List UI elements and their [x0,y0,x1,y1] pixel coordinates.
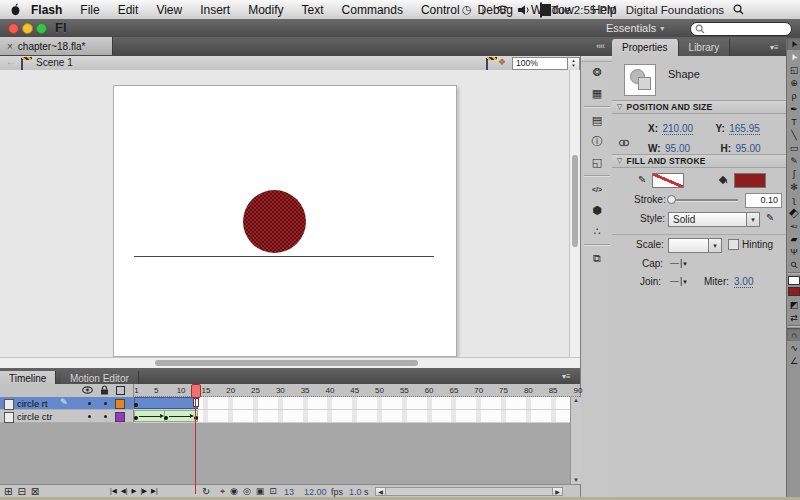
menu-item-modify[interactable]: Modify [248,3,283,17]
lock-all-layers-icon[interactable] [100,385,109,395]
pen-tool[interactable]: ✒ [787,102,800,115]
frame-span[interactable] [134,397,198,409]
stroke-weight-value[interactable]: 0.10 [745,193,782,208]
3d-rotation-tool[interactable]: ⊕ [787,76,800,89]
section-position-and-size[interactable]: ▽ POSITION AND SIZE [612,100,786,114]
slider-thumb[interactable] [667,195,676,204]
deco-tool[interactable]: ✻ [787,180,800,193]
scrollbar-thumb[interactable] [572,155,578,247]
play-button[interactable]: ▶ [131,487,136,495]
scroll-left-arrow[interactable]: ◀ [375,487,386,496]
menu-bar-user[interactable]: Digital Foundations [626,4,724,16]
scroll-right-arrow[interactable]: ▶ [552,487,563,496]
chevron-down-icon[interactable]: ▾ [708,239,721,252]
subselection-tool[interactable]: ➤ [787,50,800,63]
swatches-panel-icon[interactable]: ▦ [581,83,613,104]
edit-symbols-button[interactable]: ❖ [498,57,506,67]
stage-canvas[interactable] [113,85,457,357]
x-value[interactable]: 210.00 [662,123,693,135]
loop-button[interactable]: ↻ [202,486,210,497]
zoom-tool[interactable]: ⚲ [787,258,800,271]
properties-panel-menu-icon[interactable]: ▾≡ [770,43,779,52]
red-circle-shape[interactable] [243,190,306,253]
collapse-dock-icon[interactable]: «« [596,41,604,51]
brush-tool[interactable]: ʃ [787,167,800,180]
fill-color-well[interactable] [788,287,800,296]
tab-library[interactable]: Library [679,39,731,56]
section-fill-and-stroke[interactable]: ▽ FILL AND STROKE [612,154,786,168]
new-folder-button[interactable]: ⊟ [17,486,25,497]
apple-menu-icon[interactable] [10,3,21,16]
stroke-scale-dropdown[interactable]: ▾ [668,238,722,253]
hinting-checkbox[interactable] [728,239,739,250]
go-to-first-frame-button[interactable]: |◀ [110,487,117,495]
stage-zoom-stepper[interactable]: ▴▾ [567,57,580,71]
text-tool[interactable]: T [787,115,800,128]
battery-icon[interactable] [540,3,542,17]
menu-bar-clock[interactable]: Tue 2:55 PM [551,4,616,16]
rectangle-tool[interactable]: ▭ [787,141,800,154]
layer-outline-color[interactable] [115,412,125,422]
close-icon[interactable]: × [7,41,13,52]
layer-visibility-dot[interactable] [88,415,91,418]
recent-items-clock-icon[interactable]: ◷ [462,3,472,16]
bone-tool[interactable]: ʅ [787,193,800,206]
step-forward-button[interactable]: |▶ [140,487,147,495]
paint-bucket-tool[interactable]: ◧ [787,206,800,219]
transform-panel-icon[interactable]: ◱ [581,152,613,173]
free-transform-tool[interactable]: ◱ [787,63,800,76]
timeline-vertical-scrollbar[interactable]: ▲▼ [570,397,581,484]
playhead[interactable] [191,384,201,398]
timeline-horizontal-scrollbar[interactable] [375,487,563,496]
layer-outline-color[interactable] [115,399,125,409]
menu-item-view[interactable]: View [156,3,182,17]
frame-end-marker[interactable] [193,398,199,407]
constrain-icon[interactable] [618,138,630,148]
menu-item-control[interactable]: Control [421,3,460,17]
onion-skin-button[interactable]: ◉ [230,486,238,497]
layer-frames-circle-rt[interactable] [133,397,580,410]
workspace-search-input[interactable] [690,22,792,36]
stroke-color-well[interactable] [788,276,800,285]
layer-lock-dot[interactable] [104,402,107,405]
tab-properties[interactable]: Properties [612,39,679,56]
timeline-empty-area[interactable] [0,423,580,485]
stroke-weight-slider[interactable] [670,199,738,202]
join-style-button[interactable]: —|▾ [670,276,688,286]
layer-lock-dot[interactable] [104,415,107,418]
menu-item-text[interactable]: Text [302,3,324,17]
document-tab[interactable]: × chapter~18.fla* [0,37,113,55]
line-shape[interactable] [134,256,434,257]
layer-row-circle-rt[interactable]: circle rt✎ [0,397,133,410]
components-panel-icon[interactable]: ⬢ [581,200,613,221]
new-layer-button[interactable]: ⊞ [4,486,12,497]
cap-style-button[interactable]: —|▾ [670,258,688,268]
project-panel-icon[interactable]: ⧉ [581,248,613,269]
onion-skin-outlines-button[interactable]: ◎ [243,486,251,497]
workspace-switcher-button[interactable]: Essentials ▾ [606,21,664,35]
spotlight-icon[interactable] [733,4,744,15]
straighten-button[interactable]: ∠ [787,354,800,367]
menu-item-commands[interactable]: Commands [342,3,403,17]
menu-item-edit[interactable]: Edit [118,3,139,17]
motion-presets-panel-icon[interactable]: ∴ [581,221,613,242]
hand-tool[interactable]: Ψ [787,245,800,258]
layer-frames-circle-ctr[interactable] [133,410,580,423]
modify-markers-button[interactable]: ⊡ [269,486,277,497]
delete-layer-button[interactable]: ⊠ [31,486,39,497]
window-zoom-button[interactable] [36,23,47,34]
stage-zoom-input[interactable]: 100% [512,57,569,70]
layer-visibility-dot[interactable] [88,402,91,405]
line-tool[interactable]: ╲ [787,128,800,141]
edit-multiple-frames-button[interactable]: ▣ [256,486,265,497]
step-back-button[interactable]: ◀| [121,487,128,495]
stroke-color-swatch[interactable] [652,173,684,188]
layer-name[interactable]: circle ctr [17,411,52,422]
window-minimize-button[interactable] [22,23,33,34]
info-panel-icon[interactable]: ⓘ [581,131,613,152]
lasso-tool[interactable]: ρ [787,89,800,102]
menu-item-flash[interactable]: Flash [31,3,62,17]
center-frame-button[interactable]: ⌖ [220,486,225,497]
align-panel-icon[interactable]: ▤ [581,110,613,131]
selection-tool[interactable]: ➤ [787,37,800,50]
